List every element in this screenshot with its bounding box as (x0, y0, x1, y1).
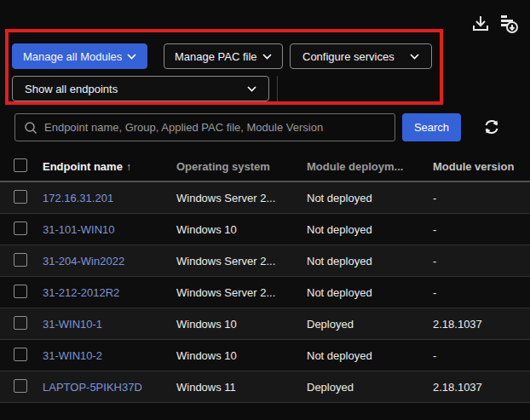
search-icon (24, 121, 37, 135)
module-version-cell: - (433, 255, 530, 268)
table-row: 31-212-2012R2 Windows Server 2... Not de… (0, 277, 530, 308)
operating-system-cell: Windows Server 2... (176, 192, 307, 204)
module-deployment-cell: Not deployed (307, 349, 433, 362)
table-row: 172.16.31.201 Windows Server 2... Not de… (0, 182, 530, 214)
chevron-down-icon (247, 86, 256, 92)
chevron-down-icon (127, 54, 136, 60)
endpoints-table: Endpoint name↑ Operating system Module d… (0, 152, 530, 403)
endpoint-filter-dropdown[interactable]: Show all endpoints (12, 76, 269, 101)
operating-system-cell: Windows 10 (176, 349, 307, 362)
download-button[interactable] (470, 13, 492, 35)
module-deployment-cell: Deployed (307, 318, 433, 331)
select-all-cell (0, 158, 43, 175)
module-version-cell: - (433, 349, 530, 362)
refresh-button[interactable] (481, 117, 502, 137)
row-checkbox[interactable] (14, 316, 27, 330)
module-version-cell: - (433, 286, 530, 299)
search-button[interactable]: Search (402, 113, 461, 141)
endpoint-name-link[interactable]: 31-212-2012R2 (43, 286, 119, 299)
row-checkbox[interactable] (14, 348, 27, 361)
module-deployment-cell: Not deployed (307, 286, 433, 299)
download-icon (470, 13, 492, 35)
deployment-report-button[interactable] (497, 12, 521, 36)
operating-system-cell: Windows Server 2... (176, 255, 307, 268)
operating-system-cell: Windows 10 (176, 318, 307, 331)
table-header-row: Endpoint name↑ Operating system Module d… (0, 152, 530, 182)
column-header-module-version[interactable]: Module version (433, 160, 530, 173)
module-deployment-cell: Deployed (307, 381, 433, 394)
module-version-cell: 2.18.1037 (433, 381, 530, 394)
configure-services-label: Configure services (302, 50, 395, 63)
row-checkbox[interactable] (14, 285, 27, 298)
chevron-down-icon (262, 54, 272, 60)
operating-system-cell: Windows Server 2... (176, 286, 307, 299)
manage-pac-file-button[interactable]: Manage PAC file (164, 43, 283, 69)
select-all-checkbox[interactable] (14, 158, 27, 172)
endpoint-name-link[interactable]: 31-WIN10-2 (43, 349, 102, 362)
row-select-cell (0, 348, 43, 364)
column-header-operating-system[interactable]: Operating system (176, 160, 307, 173)
operating-system-cell: Windows 11 (176, 381, 307, 394)
manage-all-modules-button[interactable]: Manage all Modules (12, 43, 147, 69)
module-version-cell: - (433, 223, 530, 236)
operating-system-cell: Windows 10 (176, 223, 307, 236)
endpoint-name-link[interactable]: 31-204-Win2022 (43, 255, 124, 268)
report-download-icon (497, 12, 521, 36)
endpoint-name-link[interactable]: LAPTOP-5PIKH37D (43, 381, 142, 394)
row-checkbox[interactable] (14, 253, 27, 267)
row-select-cell (0, 379, 43, 395)
manage-all-modules-label: Manage all Modules (23, 50, 122, 63)
table-row: 31-WIN10-2 Windows 10 Not deployed - (0, 340, 530, 371)
row-select-cell (0, 253, 43, 269)
table-row: 31-WIN10-1 Windows 10 Deployed 2.18.1037 (0, 308, 530, 340)
toolbar-highlight-box: Manage all Modules Manage PAC file Confi… (5, 29, 443, 105)
row-select-cell (0, 316, 43, 332)
row-select-cell (0, 190, 43, 206)
column-header-endpoint-name[interactable]: Endpoint name↑ (43, 160, 176, 173)
endpoint-name-link[interactable]: 172.16.31.201 (43, 192, 113, 204)
search-box (14, 113, 395, 141)
module-version-cell: 2.18.1037 (433, 318, 530, 331)
search-input[interactable] (44, 121, 388, 134)
table-row: 31-204-Win2022 Windows Server 2... Not d… (0, 245, 530, 277)
chevron-down-icon (410, 54, 419, 60)
endpoint-filter-value: Show all endpoints (25, 83, 118, 95)
row-select-cell (0, 222, 43, 238)
row-checkbox[interactable] (14, 379, 27, 393)
toolbar-divider (277, 76, 278, 101)
module-version-cell: - (433, 192, 530, 204)
table-row: 31-101-WIN10 Windows 10 Not deployed - (0, 214, 530, 245)
module-deployment-cell: Not deployed (307, 223, 433, 236)
endpoint-name-link[interactable]: 31-101-WIN10 (43, 223, 115, 236)
refresh-icon (481, 117, 502, 137)
row-checkbox[interactable] (14, 222, 27, 235)
column-header-module-deployment[interactable]: Module deploym... (307, 160, 433, 173)
table-row: LAPTOP-5PIKH37D Windows 11 Deployed 2.18… (0, 371, 530, 403)
module-deployment-cell: Not deployed (307, 255, 433, 268)
module-deployment-cell: Not deployed (307, 192, 433, 204)
row-checkbox[interactable] (14, 190, 27, 204)
table-body: 172.16.31.201 Windows Server 2... Not de… (0, 182, 530, 403)
manage-pac-file-label: Manage PAC file (175, 50, 257, 63)
row-select-cell (0, 285, 43, 301)
endpoint-name-link[interactable]: 31-WIN10-1 (43, 318, 102, 331)
configure-services-button[interactable]: Configure services (290, 43, 432, 69)
sort-ascending-icon: ↑ (126, 161, 131, 173)
